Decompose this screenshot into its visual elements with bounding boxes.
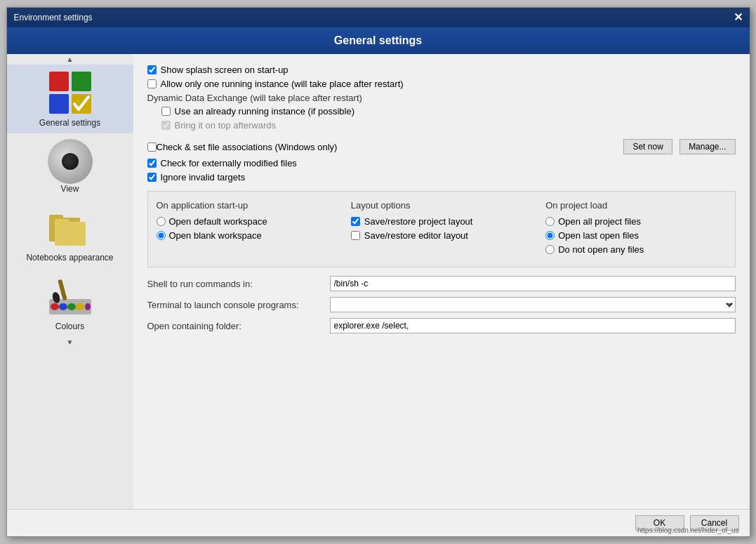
open-last-files-label: Open last open files [558, 230, 639, 241]
save-editor-layout-label: Save/restore editor layout [364, 230, 468, 241]
file-assoc-checkbox[interactable] [147, 142, 157, 152]
use-running-checkbox[interactable] [161, 107, 171, 116]
dde-label: Dynamic Data Exchange (will take place a… [147, 93, 736, 103]
open-blank-row: Open blank workspace [157, 230, 337, 241]
terminal-label: Terminal to launch console programs: [147, 300, 330, 310]
allow-one-instance-checkbox[interactable] [147, 79, 157, 88]
ignore-invalid-row: Ignore invalid targets [147, 172, 736, 183]
title-bar: Environment settings ✕ [7, 8, 750, 27]
sidebar-item-colours[interactable]: Colours [7, 268, 133, 337]
close-button[interactable]: ✕ [734, 12, 743, 23]
show-splash-label: Show splash screen on start-up [161, 65, 289, 75]
layout-options-title: Layout options [351, 200, 531, 211]
sidebar-item-general[interactable]: General settings [7, 65, 133, 133]
use-running-row: Use an already running instance (if poss… [161, 106, 736, 117]
svg-rect-5 [49, 215, 63, 219]
show-splash-row: Show splash screen on start-up [147, 65, 736, 75]
svg-point-9 [51, 303, 59, 310]
file-assoc-label: Check & set file associations (Windows o… [157, 142, 338, 152]
shell-input[interactable] [330, 276, 736, 291]
environment-settings-dialog: Environment settings ✕ General settings … [6, 7, 750, 537]
view-icon [48, 139, 93, 184]
file-assoc-row: Check & set file associations (Windows o… [147, 139, 736, 154]
sidebar-scroll-up[interactable]: ▲ [7, 54, 133, 65]
terminal-select-wrapper: ▼ [330, 297, 736, 312]
bring-to-top-label: Bring it on top afterwards [175, 120, 277, 131]
sidebar-item-view[interactable]: View [7, 133, 133, 199]
use-running-label: Use an already running instance (if poss… [175, 106, 355, 117]
sidebar-item-view-label: View [61, 184, 79, 194]
general-settings-icon [48, 70, 93, 115]
open-last-files-row: Open last open files [545, 230, 726, 241]
shell-label: Shell to run commands in: [147, 279, 330, 289]
startup-section: Show splash screen on start-up Allow onl… [147, 65, 736, 131]
check-modified-checkbox[interactable] [147, 159, 157, 168]
shell-row: Shell to run commands in: [147, 276, 736, 291]
check-modified-label: Check for externally modified files [161, 158, 297, 168]
svg-rect-6 [55, 222, 86, 246]
sidebar-item-general-label: General settings [39, 118, 100, 128]
window-title: Environment settings [14, 13, 93, 22]
project-load-section: On project load Open all project files O… [545, 200, 726, 258]
save-project-layout-row: Save/restore project layout [351, 216, 531, 227]
footer-url: https://blog.csdn.net/hider_of_us [637, 526, 739, 534]
sidebar-item-colours-label: Colours [55, 321, 84, 331]
open-last-files-radio[interactable] [545, 231, 555, 240]
svg-rect-1 [72, 72, 91, 91]
sidebar-scroll-down[interactable]: ▼ [7, 337, 133, 347]
open-blank-label: Open blank workspace [169, 230, 262, 241]
open-default-row: Open default workspace [157, 216, 337, 227]
allow-one-instance-label: Allow only one running instance (will ta… [161, 79, 404, 89]
view-icon-pupil [62, 153, 79, 170]
dialog-header: General settings [7, 27, 750, 54]
open-blank-radio[interactable] [157, 231, 166, 240]
allow-one-instance-row: Allow only one running instance (will ta… [147, 79, 736, 89]
open-default-radio[interactable] [157, 217, 166, 226]
do-not-open-row: Do not open any files [545, 244, 726, 255]
svg-point-11 [67, 303, 76, 310]
show-splash-checkbox[interactable] [147, 65, 157, 74]
notebooks-icon [48, 205, 93, 250]
terminal-row: Terminal to launch console programs: ▼ [147, 297, 736, 312]
dialog-footer: OK Cancel https://blog.csdn.net/hider_of… [7, 509, 750, 536]
folder-input[interactable] [330, 318, 736, 333]
folder-row: Open containing folder: [147, 318, 736, 333]
bring-to-top-checkbox[interactable] [161, 121, 171, 130]
header-title: General settings [334, 34, 422, 46]
terminal-select[interactable] [330, 297, 736, 312]
file-assoc-checkbox-group: Check & set file associations (Windows o… [147, 142, 617, 152]
svg-point-13 [85, 303, 91, 310]
save-project-layout-label: Save/restore project layout [364, 216, 473, 227]
layout-options-section: Layout options Save/restore project layo… [351, 200, 531, 258]
form-fields-section: Shell to run commands in: Terminal to la… [147, 276, 736, 333]
svg-rect-0 [49, 72, 69, 91]
open-all-files-radio[interactable] [545, 217, 555, 226]
save-editor-layout-row: Save/restore editor layout [351, 230, 531, 241]
manage-button[interactable]: Manage... [679, 139, 735, 154]
ignore-invalid-checkbox[interactable] [147, 173, 157, 182]
project-load-title: On project load [545, 200, 726, 211]
dialog-body: ▲ General settings [7, 54, 750, 509]
do-not-open-label: Do not open any files [558, 244, 644, 255]
options-panel: On application start-up Open default wor… [147, 191, 736, 267]
ignore-invalid-label: Ignore invalid targets [161, 172, 246, 183]
main-content: Show splash screen on start-up Allow onl… [133, 54, 750, 509]
set-now-button[interactable]: Set now [623, 139, 672, 154]
folder-label: Open containing folder: [147, 321, 330, 331]
colours-icon [48, 274, 93, 319]
check-modified-row: Check for externally modified files [147, 158, 736, 168]
sidebar: ▲ General settings [7, 54, 133, 509]
save-editor-layout-checkbox[interactable] [351, 231, 360, 240]
sidebar-item-notebooks-label: Notebooks appearance [26, 253, 113, 263]
svg-rect-2 [49, 94, 69, 114]
svg-point-10 [59, 303, 67, 310]
sidebar-item-notebooks[interactable]: Notebooks appearance [7, 199, 133, 268]
open-all-files-row: Open all project files [545, 216, 726, 227]
save-project-layout-checkbox[interactable] [351, 217, 360, 226]
app-startup-title: On application start-up [157, 200, 337, 211]
open-all-files-label: Open all project files [558, 216, 641, 227]
svg-point-12 [76, 303, 84, 310]
bring-to-top-row: Bring it on top afterwards [161, 120, 736, 131]
svg-rect-7 [55, 219, 69, 223]
do-not-open-radio[interactable] [545, 245, 555, 254]
